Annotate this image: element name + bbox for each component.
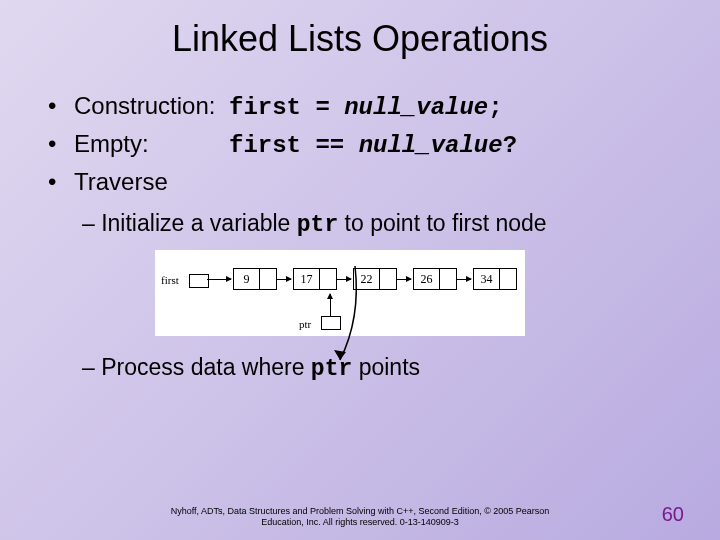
arrow-icon — [207, 279, 231, 280]
node-next — [500, 268, 517, 290]
bullet-dot: • — [48, 126, 74, 162]
node-data: 9 — [233, 268, 260, 290]
empty-code: first == null_value? — [229, 128, 517, 164]
node-data: 26 — [413, 268, 440, 290]
bullet-list: • Construction: first = null_value; • Em… — [48, 88, 720, 200]
node-data: 17 — [293, 268, 320, 290]
arrow-icon — [277, 279, 291, 280]
node-data: 34 — [473, 268, 500, 290]
traverse-label: Traverse — [74, 164, 168, 200]
page-number: 60 — [662, 503, 684, 526]
bullet-dot: • — [48, 88, 74, 124]
empty-label: Empty: — [74, 126, 229, 162]
construction-code: first = null_value; — [229, 90, 503, 126]
sub-bullet-initialize: – Initialize a variable ptr to point to … — [82, 210, 720, 238]
node-2: 22 — [353, 268, 397, 290]
arrow-icon — [397, 279, 411, 280]
sub-bullet-process: – Process data where ptr points — [82, 354, 720, 382]
node-next — [320, 268, 337, 290]
node-next — [260, 268, 277, 290]
bullet-dot: • — [48, 164, 74, 200]
node-3: 26 — [413, 268, 457, 290]
arrow-icon — [457, 279, 471, 280]
construction-label: Construction: — [74, 88, 229, 124]
arrow-icon — [337, 279, 351, 280]
diagram-first-label: first — [161, 274, 179, 286]
bullet-traverse: • Traverse — [48, 164, 720, 200]
node-0: 9 — [233, 268, 277, 290]
linked-list-diagram: first 9 17 22 26 34 ptr — [155, 250, 525, 336]
first-pointer-box — [189, 274, 209, 288]
ptr-pointer-box — [321, 316, 341, 330]
footer-citation: Nyhoff, ADTs, Data Structures and Proble… — [0, 506, 720, 529]
node-next — [380, 268, 397, 290]
slide-title: Linked Lists Operations — [0, 0, 720, 60]
diagram-ptr-label: ptr — [299, 318, 311, 330]
bullet-construction: • Construction: first = null_value; — [48, 88, 720, 126]
arrow-icon — [330, 294, 331, 316]
bullet-empty: • Empty: first == null_value? — [48, 126, 720, 164]
node-data: 22 — [353, 268, 380, 290]
node-1: 17 — [293, 268, 337, 290]
node-next — [440, 268, 457, 290]
node-4: 34 — [473, 268, 517, 290]
